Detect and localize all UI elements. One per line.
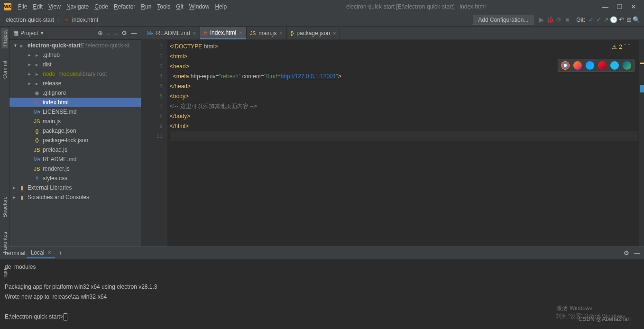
menu-code[interactable]: Code	[92, 1, 111, 12]
inspection-indicator[interactable]: ⚠ 2 ˆˇ	[612, 44, 630, 50]
tool-tab-favorites[interactable]: Favorites	[1, 230, 8, 255]
tree-item-dist[interactable]: ▸▸dist	[9, 60, 141, 69]
tool-tab-project[interactable]: Project	[1, 28, 8, 48]
stop-icon[interactable]: ■	[563, 16, 571, 23]
tree-item-package-json[interactable]: {}package.json	[9, 126, 141, 136]
collapse-all-icon[interactable]: ≡	[114, 29, 118, 37]
minimize-button[interactable]: —	[602, 4, 608, 9]
git-push-icon[interactable]: ↗	[602, 16, 610, 23]
menu-edit[interactable]: Edit	[30, 1, 46, 12]
tab-README-md[interactable]: M▾README.md×	[143, 27, 200, 39]
terminal-hide-icon[interactable]: —	[634, 249, 640, 256]
expand-all-icon[interactable]: ≡	[107, 29, 110, 37]
git-update-icon[interactable]: ✓	[587, 16, 595, 23]
editor-tabs: M▾README.md×Hindex.html×JSmain.js×{}pack…	[141, 27, 644, 40]
error-stripe[interactable]	[638, 40, 644, 247]
coverage-icon[interactable]: ⟳	[554, 16, 563, 23]
project-icon: ▦	[13, 30, 18, 37]
terminal-settings-icon[interactable]: ⚙	[624, 249, 629, 256]
close-tab-icon[interactable]: ×	[239, 30, 242, 36]
main-area: Project Commit ▦ Project ▼ ⊕ ≡ ≡ ⚙ — ▼▸e…	[0, 27, 644, 247]
debug-icon[interactable]: 🐞	[546, 16, 554, 23]
ide-settings-icon[interactable]: ⊞	[625, 16, 633, 23]
rollback-icon[interactable]: ↶	[617, 16, 625, 23]
new-terminal-button[interactable]: +	[55, 248, 66, 258]
run-icon[interactable]: ▶	[537, 16, 546, 23]
hide-icon[interactable]: —	[131, 29, 137, 37]
tree-item-index-html[interactable]: Hindex.html	[9, 98, 141, 107]
tree-item-preload-js[interactable]: JSpreload.js	[9, 145, 141, 155]
tab-main-js[interactable]: JSmain.js×	[247, 27, 287, 39]
menu-git[interactable]: Git	[173, 1, 186, 12]
menu-view[interactable]: View	[46, 1, 64, 12]
select-opened-icon[interactable]: ⊕	[98, 29, 103, 37]
project-sidebar: ▦ Project ▼ ⊕ ≡ ≡ ⚙ — ▼▸electron-quick-s…	[9, 27, 141, 247]
html-icon: H	[64, 17, 70, 23]
terminal-output[interactable]: de_modules Packaging app for platform wi…	[0, 259, 644, 329]
safari-icon[interactable]	[586, 61, 594, 70]
main-menu: FileEditViewNavigateCodeRefactorRunTools…	[15, 3, 230, 10]
chrome-icon[interactable]	[561, 61, 570, 70]
menu-file[interactable]: File	[15, 1, 30, 12]
warning-icon: ⚠	[612, 44, 617, 50]
tree-libs[interactable]: ▸▮External Libraries	[9, 183, 141, 192]
close-tab-icon[interactable]: ×	[193, 30, 196, 36]
tree-item--gitignore[interactable]: ◉.gitignore	[9, 88, 141, 98]
sidebar-title[interactable]: ▦ Project ▼	[13, 30, 44, 37]
opera-icon[interactable]	[598, 61, 607, 70]
tree-item-release[interactable]: ▸▸release	[9, 79, 141, 88]
tool-tab-npm[interactable]: npm	[1, 265, 8, 279]
git-label: Git:	[576, 17, 585, 23]
tree-item-package-lock-json[interactable]: {}package-lock.json	[9, 136, 141, 145]
tree-item-node_modules[interactable]: ▸▸node_modules library root	[9, 69, 141, 79]
tree-root[interactable]: ▼▸electron-quick-start E:\electron-quick…	[9, 41, 141, 50]
history-icon[interactable]: 🕒	[610, 16, 617, 23]
menu-run[interactable]: Run	[138, 1, 154, 12]
terminal-header: Terminal: Local × + ⚙ —	[0, 247, 644, 259]
titlebar: WS FileEditViewNavigateCodeRefactorRunTo…	[0, 0, 644, 13]
firefox-icon[interactable]	[573, 61, 582, 70]
tree-item-renderer-js[interactable]: JSrenderer.js	[9, 164, 141, 174]
tab-index-html[interactable]: Hindex.html×	[200, 27, 246, 39]
tree-item-LICENSE-md[interactable]: M▾LICENSE.md	[9, 107, 141, 117]
line-gutter: 12345678910	[141, 40, 168, 247]
sidebar-header: ▦ Project ▼ ⊕ ≡ ≡ ⚙ —	[9, 27, 141, 40]
menu-navigate[interactable]: Navigate	[64, 1, 92, 12]
maximize-button[interactable]: ☐	[616, 4, 622, 9]
close-tab-icon[interactable]: ×	[48, 249, 51, 256]
browser-preview-bar	[558, 59, 635, 72]
git-commit-icon[interactable]: ✓	[595, 16, 602, 23]
tool-tab-structure[interactable]: Structure	[1, 194, 8, 219]
warning-count: 2	[619, 44, 622, 50]
close-button[interactable]: ✕	[631, 4, 636, 9]
window-controls: — ☐ ✕	[602, 4, 640, 9]
terminal-panel: Terminal: Local × + ⚙ — de_modules Packa…	[0, 247, 644, 329]
add-configuration-button[interactable]: Add Configuration...	[473, 15, 534, 25]
app-icon: WS	[4, 3, 11, 10]
search-everywhere-icon[interactable]: 🔍	[633, 16, 640, 23]
sidebar-title-label: Project	[20, 30, 38, 37]
settings-icon[interactable]: ⚙	[121, 29, 127, 37]
tree-item--github[interactable]: ▸▸.github	[9, 50, 141, 60]
tree-item-main-js[interactable]: JSmain.js	[9, 117, 141, 126]
breadcrumb-root[interactable]: electron-quick-start	[4, 16, 56, 24]
terminal-tab-local[interactable]: Local ×	[27, 248, 55, 258]
menu-tools[interactable]: Tools	[154, 1, 173, 12]
tree-scratches[interactable]: ▸▮Scratches and Consoles	[9, 192, 141, 202]
close-tab-icon[interactable]: ×	[333, 30, 336, 36]
tree-item-README-md[interactable]: M▾README.md	[9, 155, 141, 164]
tree-item-styles-css[interactable]: #styles.css	[9, 174, 141, 183]
ie-icon[interactable]	[610, 61, 619, 70]
edge-icon[interactable]	[623, 61, 631, 70]
project-tree[interactable]: ▼▸electron-quick-start E:\electron-quick…	[9, 40, 141, 247]
menu-window[interactable]: Window	[186, 1, 212, 12]
menu-help[interactable]: Help	[212, 1, 230, 12]
terminal-tab-label: Local	[31, 249, 45, 256]
left-tool-stripe-bottom: Structure Favorites npm	[0, 194, 9, 279]
editor-body: 12345678910 <!DOCTYPE html><html><head> …	[141, 40, 644, 247]
tab-package-json[interactable]: {}package.json×	[287, 27, 340, 39]
menu-refactor[interactable]: Refactor	[111, 1, 138, 12]
tool-tab-commit[interactable]: Commit	[1, 59, 8, 81]
breadcrumb-file[interactable]: index.html	[70, 16, 100, 24]
close-tab-icon[interactable]: ×	[279, 30, 282, 36]
